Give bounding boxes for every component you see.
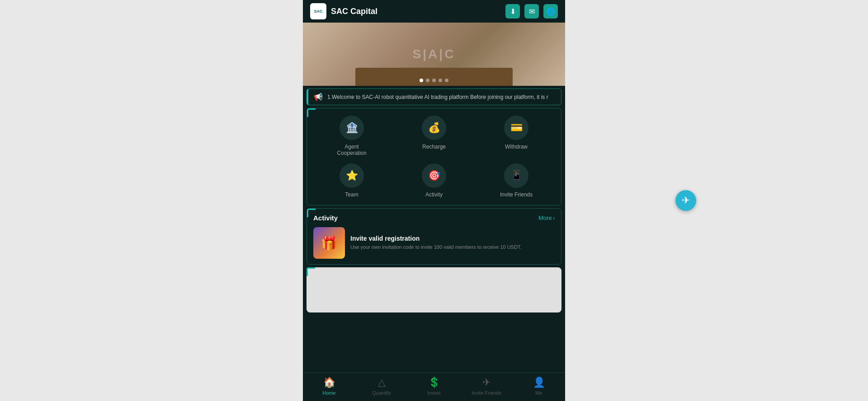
banner-dots	[420, 79, 448, 82]
banner: S|A|C	[303, 23, 565, 86]
dot-3[interactable]	[432, 79, 436, 82]
nav-invite-label: Invite Friends	[472, 390, 501, 396]
bottom-navigation: 🏠 Home △ Quantify 💲 Invest ✈ Invite Frie…	[303, 373, 565, 401]
recharge-label: Recharge	[422, 144, 446, 150]
mail-button[interactable]: ✉	[524, 4, 539, 19]
quick-actions-grid: 🏦 Agent Cooperation 💰 Recharge 💳 Withdra…	[307, 108, 561, 205]
nav-invest[interactable]: 💲 Invest	[408, 377, 460, 396]
agent-cooperation-label: Agent Cooperation	[329, 144, 374, 156]
invite-friends-icon: 📱	[504, 163, 528, 188]
banner-overlay-text: S|A|C	[413, 47, 456, 61]
agent-cooperation-icon: 🏦	[340, 116, 364, 140]
invite-friends-label: Invite Friends	[500, 191, 533, 198]
nav-home-label: Home	[322, 390, 335, 396]
action-activity[interactable]: 🎯 Activity	[411, 163, 457, 198]
banner-desk	[355, 68, 513, 86]
quantify-icon: △	[378, 377, 386, 388]
activity-icon: 🎯	[422, 163, 446, 188]
content-placeholder	[307, 267, 561, 312]
activity-label: Activity	[425, 191, 443, 198]
download-button[interactable]: ⬇	[505, 4, 520, 19]
nav-invite-icon: ✈	[482, 377, 491, 388]
recharge-icon: 💰	[422, 116, 446, 140]
action-recharge[interactable]: 💰 Recharge	[411, 116, 457, 156]
nav-invest-label: Invest	[427, 390, 440, 396]
dot-1[interactable]	[420, 79, 423, 82]
invest-icon: 💲	[428, 377, 440, 388]
activity-info: Invite valid registration Use your own i…	[350, 235, 555, 251]
announcement-bar: 📢 1.Welcome to SAC-AI robot quantitative…	[307, 89, 561, 105]
team-icon: ⭐	[340, 163, 364, 188]
activity-more-link[interactable]: More ›	[538, 214, 555, 221]
dot-2[interactable]	[426, 79, 429, 82]
team-label: Team	[345, 191, 358, 198]
header-left: SAC SAC Capital	[310, 3, 377, 19]
action-invite-friends[interactable]: 📱 Invite Friends	[494, 163, 539, 198]
withdraw-label: Withdraw	[505, 144, 528, 150]
withdraw-icon: 💳	[504, 116, 528, 140]
logo: SAC	[310, 3, 326, 19]
telegram-button[interactable]: ✈	[675, 190, 696, 211]
nav-quantify-label: Quantify	[373, 390, 391, 396]
chevron-right-icon: ›	[553, 214, 555, 221]
activity-section: Activity More › 🎁 Invite valid registrat…	[307, 208, 561, 265]
nav-me[interactable]: 👤 Me	[513, 377, 565, 396]
main-content: S|A|C 📢 1.Welcome to SAC-AI robot quanti…	[303, 23, 565, 401]
action-withdraw[interactable]: 💳 Withdraw	[494, 116, 539, 156]
activity-card-desc: Use your own invitation code to invite 1…	[350, 244, 555, 251]
nav-quantify[interactable]: △ Quantify	[355, 377, 408, 396]
activity-section-header: Activity More ›	[313, 214, 555, 222]
actions-row-1: 🏦 Agent Cooperation 💰 Recharge 💳 Withdra…	[311, 116, 557, 156]
action-agent-cooperation[interactable]: 🏦 Agent Cooperation	[329, 116, 374, 156]
telegram-icon: ✈	[682, 195, 690, 206]
nav-home[interactable]: 🏠 Home	[303, 377, 355, 396]
home-icon: 🏠	[323, 377, 335, 388]
activity-thumb: 🎁	[313, 227, 345, 259]
nav-me-label: Me	[535, 390, 542, 396]
logo-text: SAC	[314, 9, 322, 14]
announce-icon: 📢	[314, 93, 323, 101]
activity-section-title: Activity	[313, 214, 338, 222]
header: SAC SAC Capital ⬇ ✉ 🌐	[303, 0, 565, 23]
globe-button[interactable]: 🌐	[543, 4, 558, 19]
announce-text: 1.Welcome to SAC-AI robot quantitative A…	[327, 94, 548, 100]
activity-card[interactable]: 🎁 Invite valid registration Use your own…	[313, 227, 555, 259]
actions-row-2: ⭐ Team 🎯 Activity 📱 Invite Friends	[311, 163, 557, 198]
activity-card-title: Invite valid registration	[350, 235, 555, 242]
me-icon: 👤	[533, 377, 545, 388]
header-icons: ⬇ ✉ 🌐	[505, 4, 558, 19]
banner-image: S|A|C	[303, 23, 565, 86]
dot-5[interactable]	[445, 79, 448, 82]
action-team[interactable]: ⭐ Team	[329, 163, 374, 198]
nav-invite-friends[interactable]: ✈ Invite Friends	[460, 377, 513, 396]
dot-4[interactable]	[439, 79, 442, 82]
app-title: SAC Capital	[331, 7, 377, 16]
